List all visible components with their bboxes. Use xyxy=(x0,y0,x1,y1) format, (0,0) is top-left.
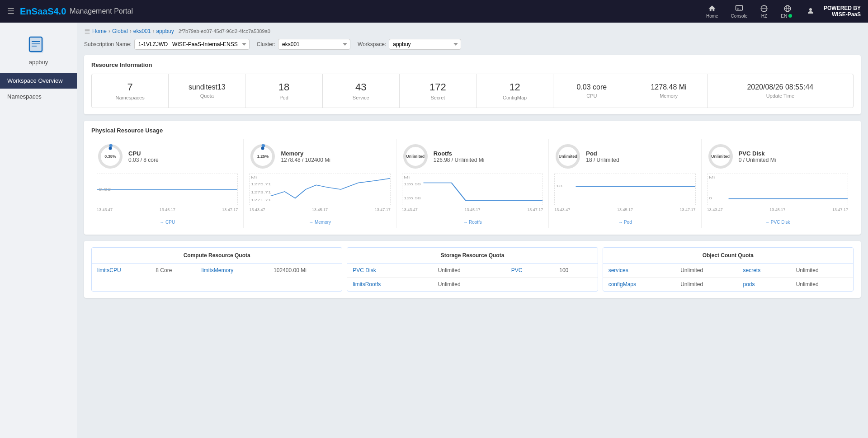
memory-donut: 1.25% xyxy=(249,143,276,170)
quota-label-cell: Quota xyxy=(200,93,214,99)
resource-cell-memory: 1278.48 Mi Memory xyxy=(630,74,707,108)
sidebar: appbuy Workspace Overview Namespaces xyxy=(0,23,77,438)
configmaps-key: configMaps xyxy=(603,278,675,292)
quota-panel: Compute Resource Quota limitsCPU 8 Core … xyxy=(84,241,861,298)
svg-text:Mi: Mi xyxy=(251,175,257,179)
pod-chart: 18 13:43:47 13:45:17 13:47:17 xyxy=(554,174,695,219)
physical-resource-panel: Physical Resource Usage 0.38% xyxy=(84,121,861,235)
resource-cell-update-time: 2020/08/26 08:55:44 Update Time xyxy=(708,74,853,108)
sidebar-item-namespaces[interactable]: Namespaces xyxy=(0,89,77,104)
limits-rootfs-val: Unlimited xyxy=(433,278,506,292)
pvcdisk-time-2: 13:45:17 xyxy=(769,207,785,212)
cpu-donut: 0.38% xyxy=(97,143,124,170)
secret-value: 172 xyxy=(429,81,446,93)
workspace-filter: Workspace: appbuy xyxy=(358,39,461,50)
pvcdisk-val: Unlimited xyxy=(433,264,506,278)
cpu-chart: 0.03 13:43:47 13:45:17 13:47:17 xyxy=(97,174,238,219)
svg-text:0: 0 xyxy=(709,197,712,200)
svg-text:Mi: Mi xyxy=(709,175,715,179)
sidebar-item-workspace-overview[interactable]: Workspace Overview xyxy=(0,73,77,89)
breadcrumb-list-icon xyxy=(84,28,90,34)
limits-cpu-val: 8 Core xyxy=(150,264,196,277)
resource-cell-quota: sunditest13 Quota xyxy=(169,74,245,108)
cpu-value: 0.03 core xyxy=(576,83,607,91)
svg-text:1271.71: 1271.71 xyxy=(251,198,272,202)
rootfs-time-1: 13:43:47 xyxy=(402,207,418,212)
pvcdisk-donut-label: Unlimited xyxy=(711,154,730,159)
pvcdisk-time-3: 13:47:17 xyxy=(832,207,848,212)
language-nav-item[interactable]: EN xyxy=(781,5,794,19)
pod-donut: Unlimited xyxy=(554,143,581,170)
main-layout: appbuy Workspace Overview Namespaces Hom… xyxy=(0,23,868,438)
workspace-select[interactable]: appbuy xyxy=(389,39,461,50)
svg-rect-7 xyxy=(30,38,43,52)
hz-nav-item[interactable]: HZ xyxy=(760,5,768,19)
menu-icon[interactable]: ☰ xyxy=(7,6,14,16)
brand-logo: EnSaaS4.0 xyxy=(20,6,66,17)
home-label: Home xyxy=(706,14,718,19)
svg-text:0.03: 0.03 xyxy=(99,187,111,192)
pod-value: 18 xyxy=(278,81,289,93)
cpu-legend: → CPU xyxy=(97,220,238,225)
rootfs-metric-name: Rootfs xyxy=(434,150,485,157)
breadcrumb-appbuy[interactable]: appbuy xyxy=(156,28,174,34)
svg-text:126.98: 126.98 xyxy=(404,197,421,200)
resource-cell-namespaces: 7 Namespaces xyxy=(92,74,169,108)
resource-cell-service: 43 Service xyxy=(323,74,400,108)
pru-memory: 1.25% Memory 1278.48 / 102400 Mi 1271.71… xyxy=(244,139,396,228)
cpu-time-2: 13:45:17 xyxy=(160,207,175,212)
workspace-label: Workspace: xyxy=(358,41,386,47)
memory-metric-value: 1278.48 / 102400 Mi xyxy=(281,157,330,163)
user-nav-item[interactable] xyxy=(807,7,815,16)
pod-donut-label: Unlimited xyxy=(559,154,577,159)
home-nav-item[interactable]: Home xyxy=(706,5,718,19)
language-label: EN xyxy=(781,14,794,19)
svg-point-6 xyxy=(809,8,812,11)
pru-pod: Unlimited Pod 18 / Unlimited 18 xyxy=(549,139,701,228)
svg-rect-0 xyxy=(736,5,742,10)
service-label-cell: Service xyxy=(353,95,369,100)
memory-label-cell: Memory xyxy=(660,93,678,99)
storage-quota-title: Storage Resource Quota xyxy=(347,248,597,264)
subscription-select[interactable]: 1-1VLZJWD WISE-PaaS-Internal-ENSS xyxy=(134,39,250,50)
topnav-icons: Home Console HZ EN xyxy=(706,5,815,19)
breadcrumb-global[interactable]: Global xyxy=(112,28,128,34)
cluster-select[interactable]: eks001 xyxy=(278,39,350,50)
configmap-value: 12 xyxy=(509,81,520,93)
pod-time-3: 13:47:17 xyxy=(680,207,696,212)
pods-key: pods xyxy=(738,278,791,292)
rootfs-legend: → Rootfs xyxy=(402,220,543,225)
pru-cpu: 0.38% CPU 0.03 / 8 core 0.03 xyxy=(91,139,244,228)
update-time-value: 2020/08/26 08:55:44 xyxy=(747,83,813,91)
storage-quota-card: Storage Resource Quota PVC Disk Unlimite… xyxy=(347,247,598,292)
pvcdisk-time-1: 13:43:47 xyxy=(707,207,723,212)
object-quota-table: services Unlimited secrets Unlimited con… xyxy=(603,264,853,291)
mem-time-3: 13:47:17 xyxy=(375,207,391,212)
svg-text:1275.71: 1275.71 xyxy=(251,183,272,186)
app-logo-icon xyxy=(28,34,49,56)
breadcrumb-home[interactable]: Home xyxy=(92,28,107,34)
top-navigation: ☰ EnSaaS4.0 Management Portal Home Conso… xyxy=(0,0,868,23)
limits-memory-val: 102400.00 Mi xyxy=(268,264,342,277)
services-key: services xyxy=(603,264,675,278)
resource-info-panel: Resource Information 7 Namespaces sundit… xyxy=(84,55,861,114)
pvcdisk-donut: Unlimited xyxy=(707,143,734,170)
pod-metric-name: Pod xyxy=(586,150,619,157)
quota-value: sunditest13 xyxy=(189,83,226,91)
update-time-label-cell: Update Time xyxy=(766,93,794,99)
console-nav-item[interactable]: Console xyxy=(731,5,748,19)
pod-time-1: 13:43:47 xyxy=(554,207,570,212)
breadcrumb-eks001[interactable]: eks001 xyxy=(133,28,151,34)
resource-cell-secret: 172 Secret xyxy=(400,74,476,108)
service-value: 43 xyxy=(355,81,366,93)
pod-label-cell: Pod xyxy=(279,95,288,100)
svg-text:1273.71: 1273.71 xyxy=(251,190,272,194)
mem-time-1: 13:43:47 xyxy=(249,207,265,212)
physical-resource-title: Physical Resource Usage xyxy=(91,127,854,134)
sidebar-logo-area: appbuy xyxy=(0,27,77,73)
table-row: limitsRootfs Unlimited xyxy=(347,278,597,292)
hz-label: HZ xyxy=(761,14,767,19)
pru-grid: 0.38% CPU 0.03 / 8 core 0.03 xyxy=(91,139,854,228)
memory-chart: 1271.71 1273.71 1275.71 Mi 13:43:47 13:4… xyxy=(249,174,390,219)
main-content: Home › Global › eks001 › appbuy 2f7b79ab… xyxy=(77,23,868,438)
